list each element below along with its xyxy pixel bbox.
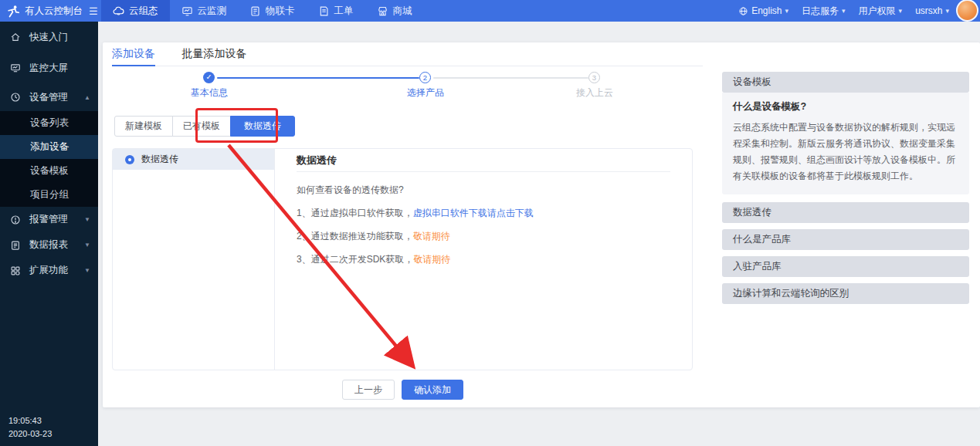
nav-item-label: 云组态: [129, 5, 158, 18]
mode-new-template-button[interactable]: 新建模板: [114, 116, 173, 137]
sidebar-item-device-template[interactable]: 设备模板: [0, 159, 98, 183]
chevron-down-icon: ▾: [842, 7, 846, 15]
monitor-icon: [181, 5, 193, 17]
nav-item-cloud-scada[interactable]: 云组态: [101, 0, 170, 22]
mode-existing-template-button[interactable]: 已有模板: [172, 116, 231, 137]
chevron-down-icon: ▼: [84, 242, 90, 248]
sidebar-subitem-label: 添加设备: [30, 140, 69, 154]
permissions-dropdown[interactable]: 用户权限 ▾: [859, 5, 903, 18]
sim-card-icon: [249, 5, 261, 17]
confirm-add-button[interactable]: 确认添加: [402, 380, 463, 400]
option-list: 数据透传: [113, 149, 275, 370]
clock: 19:05:43 2020-03-23: [8, 414, 52, 441]
tab-add-device[interactable]: 添加设备: [112, 42, 155, 66]
prev-step-button[interactable]: 上一步: [342, 380, 395, 400]
log-service-label: 日志服务: [802, 5, 839, 18]
runner-logo-icon: [7, 5, 20, 18]
permissions-label: 用户权限: [859, 5, 896, 18]
sidebar-item-add-device[interactable]: 添加设备: [0, 135, 98, 159]
option-data-passthrough[interactable]: 数据透传: [113, 149, 274, 170]
top-navbar: 有人云控制台 ☰ 云组态 云监测 物联卡: [0, 0, 980, 22]
cloud-icon: [113, 5, 124, 17]
work-order-icon: [318, 5, 330, 17]
nav-item-iot-card[interactable]: 物联卡: [238, 0, 307, 22]
nav-item-store[interactable]: 商城: [365, 0, 424, 22]
main-area: 添加设备 批量添加设备 ✓ 2 3 基本信息 选择产品 接入上云 新建模板 已有…: [98, 22, 980, 446]
sidebar-item-label: 数据报表: [29, 238, 68, 252]
language-label: English: [751, 5, 782, 16]
help-panel: 设备模板 什么是设备模板? 云组态系统中配置与设备数据协议的解析规则，实现远程采…: [722, 72, 969, 310]
big-screen-icon: [10, 63, 21, 73]
nav-item-cloud-monitor[interactable]: 云监测: [170, 0, 239, 22]
nav-item-label: 商城: [393, 5, 412, 18]
step-1-label: 基本信息: [175, 86, 244, 100]
device-manage-submenu: 设备列表 添加设备 设备模板 项目分组: [0, 111, 98, 207]
sidebar-item-data-report[interactable]: 数据报表 ▼: [0, 232, 98, 258]
logo-section: 有人云控制台 ☰: [0, 0, 101, 22]
content-question: 如何查看设备的透传数据?: [297, 184, 670, 197]
radio-selected-icon[interactable]: [125, 155, 134, 164]
step-2-label: 选择产品: [391, 86, 460, 100]
coming-soon-label: 敬请期待: [413, 231, 450, 242]
home-icon: [10, 32, 21, 42]
item-text: 2、通过数据推送功能获取，: [297, 231, 413, 242]
footer-buttons: 上一步 确认添加: [103, 380, 703, 400]
item-text: 3、通过二次开发SDK获取，: [297, 254, 413, 265]
sidebar-item-device-manage[interactable]: 设备管理 ▲: [0, 83, 98, 111]
help-section-what-is-product-lib[interactable]: 什么是产品库: [722, 229, 969, 250]
sidebar-item-label: 监控大屏: [29, 62, 68, 75]
chevron-down-icon: ▾: [899, 7, 903, 15]
help-section-join-product-lib[interactable]: 入驻产品库: [722, 256, 969, 277]
apps-icon: [10, 265, 21, 276]
passthrough-panel: 数据透传 数据透传 如何查看设备的透传数据? 1、通过虚拟串口软件获取，虚拟串口…: [112, 148, 693, 370]
tab-batch-add-device[interactable]: 批量添加设备: [181, 42, 246, 66]
log-service-dropdown[interactable]: 日志服务 ▾: [802, 5, 846, 18]
sidebar-subitem-label: 设备模板: [30, 164, 69, 177]
sidebar-item-extensions[interactable]: 扩展功能 ▼: [0, 258, 98, 283]
step-3-circle: 3: [588, 72, 600, 83]
sidebar-item-label: 设备管理: [29, 91, 68, 104]
nav-menu: 云组态 云监测 物联卡 工单: [101, 0, 424, 22]
avatar[interactable]: [956, 0, 978, 22]
chevron-down-icon: ▾: [785, 7, 789, 15]
step-2-circle: 2: [419, 72, 431, 83]
sidebar-item-project-group[interactable]: 项目分组: [0, 183, 98, 207]
navbar-right: English ▾ 日志服务 ▾ 用户权限 ▾ usrsxh ▾: [738, 0, 980, 22]
step-3-label: 接入上云: [560, 86, 629, 100]
sidebar-item-device-list[interactable]: 设备列表: [0, 111, 98, 135]
nav-item-work-order[interactable]: 工单: [307, 0, 365, 22]
sidebar-subitem-label: 设备列表: [30, 117, 69, 130]
coming-soon-label: 敬请期待: [413, 254, 450, 265]
content-item-3: 3、通过二次开发SDK获取，敬请期待: [297, 253, 670, 266]
chevron-down-icon: ▼: [84, 267, 90, 274]
report-icon: [10, 240, 21, 251]
content-title: 数据透传: [297, 149, 670, 172]
store-icon: [377, 5, 388, 17]
download-link[interactable]: 虚拟串口软件下载请点击下载: [413, 208, 534, 218]
clock-time: 19:05:43: [8, 414, 52, 427]
user-dropdown[interactable]: usrsxh ▾: [915, 5, 949, 16]
mode-data-passthrough-button[interactable]: 数据透传: [230, 116, 295, 137]
language-dropdown[interactable]: English ▾: [738, 5, 788, 16]
hamburger-icon[interactable]: ☰: [89, 5, 98, 17]
help-section-edge-vs-cloud[interactable]: 边缘计算和云端轮询的区别: [722, 283, 969, 304]
sidebar-item-label: 快速入门: [29, 31, 68, 44]
passthrough-content: 数据透传 如何查看设备的透传数据? 1、通过虚拟串口软件获取，虚拟串口软件下载请…: [275, 149, 692, 370]
check-icon: ✓: [206, 73, 212, 81]
help-section-data-passthrough[interactable]: 数据透传: [722, 202, 969, 223]
sidebar-item-label: 报警管理: [29, 213, 68, 226]
alarm-icon: [10, 215, 21, 225]
help-section-device-template[interactable]: 设备模板: [722, 72, 969, 93]
sidebar-item-quick-start[interactable]: 快速入门: [0, 22, 98, 52]
nav-item-label: 云监测: [198, 5, 227, 18]
sidebar-item-big-screen[interactable]: 监控大屏: [0, 52, 98, 83]
clock-date: 2020-03-23: [8, 427, 52, 441]
sidebar-item-alarm-manage[interactable]: 报警管理 ▼: [0, 207, 98, 232]
tab-bar: 添加设备 批量添加设备: [112, 42, 703, 66]
help-section-body: 什么是设备模板? 云组态系统中配置与设备数据协议的解析规则，实现远程采集和控制。…: [722, 93, 969, 194]
step-connector-1: [217, 77, 419, 79]
sidebar-subitem-label: 项目分组: [30, 188, 69, 201]
sidebar-item-label: 扩展功能: [29, 264, 68, 277]
page: 有人云控制台 ☰ 云组态 云监测 物联卡: [0, 0, 980, 446]
step-1-circle: ✓: [203, 72, 215, 83]
